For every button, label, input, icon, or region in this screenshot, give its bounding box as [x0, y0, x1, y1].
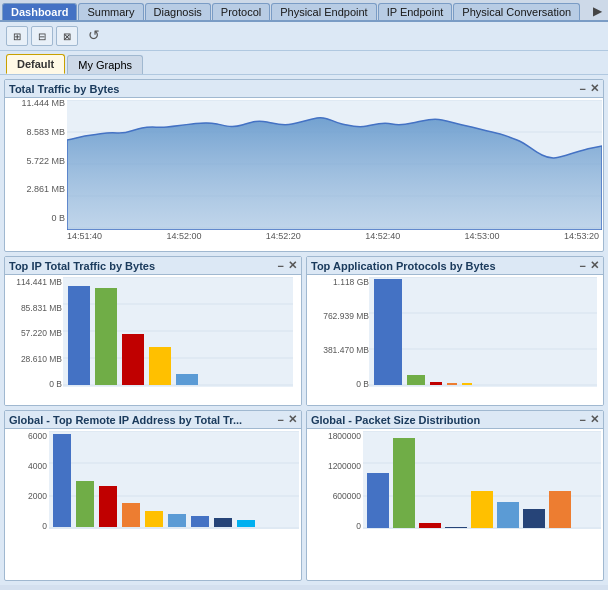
total-traffic-title: Total Traffic by Bytes [9, 83, 119, 95]
top-ip-svg [63, 277, 293, 406]
packet-size-header: Global - Packet Size Distribution − ✕ [307, 411, 603, 429]
middle-row: Top IP Total Traffic by Bytes − ✕ 114.44… [4, 256, 604, 406]
total-traffic-header: Total Traffic by Bytes − ✕ [5, 80, 603, 98]
svg-rect-46 [367, 473, 389, 528]
y-label-0: 11.444 MB [21, 98, 65, 108]
top-remote-y3: 0 [42, 521, 47, 531]
packet-size-y0: 1800000 [328, 431, 361, 441]
top-protocols-title: Top Application Protocols by Bytes [311, 260, 496, 272]
top-protocols-y0: 1.118 GB [333, 277, 369, 287]
bottom-row: Global - Top Remote IP Address by Total … [4, 410, 604, 581]
svg-rect-36 [145, 511, 163, 527]
svg-rect-50 [471, 491, 493, 528]
top-ip-minimize[interactable]: − [278, 260, 284, 272]
svg-rect-38 [191, 516, 209, 527]
svg-rect-48 [419, 523, 441, 528]
top-remote-y0: 6000 [28, 431, 47, 441]
packet-size-title: Global - Packet Size Distribution [311, 414, 480, 426]
total-traffic-close[interactable]: ✕ [590, 82, 599, 95]
top-ip-y0: 114.441 MB [16, 277, 62, 287]
svg-rect-33 [76, 481, 94, 527]
top-remote-y2: 2000 [28, 491, 47, 501]
svg-rect-32 [53, 434, 71, 527]
toolbar: ⊞ ⊟ ⊠ ↺ [0, 22, 608, 51]
toolbar-btn-grid[interactable]: ⊞ [6, 26, 28, 46]
x-label-3: 14:52:40 [365, 231, 400, 241]
y-label-2: 5.722 MB [26, 156, 65, 166]
top-remote-title: Global - Top Remote IP Address by Total … [9, 414, 242, 426]
x-label-1: 14:52:00 [166, 231, 201, 241]
view-tab-my-graphs[interactable]: My Graphs [67, 55, 143, 74]
svg-rect-37 [168, 514, 186, 527]
top-protocols-y3: 0 B [356, 379, 369, 389]
svg-rect-52 [523, 509, 545, 528]
top-protocols-chart-body: 1.118 GB 762.939 MB 381.470 MB 0 B [307, 275, 603, 405]
packet-size-y3: 0 [356, 521, 361, 531]
packet-size-svg [363, 431, 601, 549]
top-ip-y2: 57.220 MB [21, 328, 62, 338]
svg-rect-51 [497, 502, 519, 528]
total-traffic-minimize[interactable]: − [580, 83, 586, 95]
svg-rect-24 [430, 382, 442, 385]
svg-rect-22 [374, 279, 402, 385]
tab-protocol[interactable]: Protocol [212, 3, 270, 20]
packet-size-y1: 1200000 [328, 461, 361, 471]
top-protocols-y-axis: 1.118 GB 762.939 MB 381.470 MB 0 B [309, 277, 369, 389]
packet-size-chart-body: 1800000 1200000 600000 0 [307, 429, 603, 547]
top-remote-y-axis: 6000 4000 2000 0 [7, 431, 47, 531]
top-protocols-y2: 381.470 MB [323, 345, 369, 355]
top-protocols-minimize[interactable]: − [580, 260, 586, 272]
total-traffic-panel: Total Traffic by Bytes − ✕ 11.444 MB 8.5… [4, 79, 604, 252]
top-protocols-header: Top Application Protocols by Bytes − ✕ [307, 257, 603, 275]
toolbar-btn-close[interactable]: ⊠ [56, 26, 78, 46]
x-label-5: 14:53:20 [564, 231, 599, 241]
top-protocols-panel: Top Application Protocols by Bytes − ✕ 1… [306, 256, 604, 406]
svg-rect-35 [122, 503, 140, 527]
total-traffic-svg [67, 100, 602, 230]
tab-ip-endpoint[interactable]: IP Endpoint [378, 3, 453, 20]
svg-rect-53 [549, 491, 571, 528]
tab-bar: Dashboard Summary Diagnosis Protocol Phy… [0, 0, 608, 22]
top-ip-chart-body: 114.441 MB 85.831 MB 57.220 MB 28.610 MB… [5, 275, 301, 405]
y-label-3: 2.861 MB [26, 184, 65, 194]
total-traffic-x-axis: 14:51:40 14:52:00 14:52:20 14:52:40 14:5… [67, 231, 599, 241]
packet-size-close[interactable]: ✕ [590, 413, 599, 426]
y-label-1: 8.583 MB [26, 127, 65, 137]
top-ip-y3: 28.610 MB [21, 354, 62, 364]
tab-physical-conversation[interactable]: Physical Conversation [453, 3, 580, 20]
total-traffic-y-axis: 11.444 MB 8.583 MB 5.722 MB 2.861 MB 0 B [7, 98, 65, 223]
svg-rect-14 [122, 334, 144, 385]
total-traffic-chart-body: 11.444 MB 8.583 MB 5.722 MB 2.861 MB 0 B [5, 98, 603, 243]
top-remote-panel: Global - Top Remote IP Address by Total … [4, 410, 302, 581]
top-ip-close[interactable]: ✕ [288, 259, 297, 272]
packet-size-minimize[interactable]: − [580, 414, 586, 426]
top-remote-chart-body: 6000 4000 2000 0 [5, 429, 301, 547]
tab-scroll-arrow[interactable]: ▶ [589, 2, 606, 20]
top-protocols-svg [369, 277, 597, 406]
svg-rect-12 [68, 286, 90, 385]
top-ip-y1: 85.831 MB [21, 303, 62, 313]
x-label-4: 14:53:00 [465, 231, 500, 241]
tab-diagnosis[interactable]: Diagnosis [145, 3, 211, 20]
top-ip-y4: 0 B [49, 379, 62, 389]
tab-dashboard[interactable]: Dashboard [2, 3, 77, 20]
svg-rect-47 [393, 438, 415, 528]
top-remote-svg [49, 431, 299, 549]
packet-size-panel: Global - Packet Size Distribution − ✕ 18… [306, 410, 604, 581]
top-protocols-y1: 762.939 MB [323, 311, 369, 321]
tab-physical-endpoint[interactable]: Physical Endpoint [271, 3, 376, 20]
tab-summary[interactable]: Summary [78, 3, 143, 20]
svg-rect-17 [369, 277, 597, 387]
svg-rect-15 [149, 347, 171, 385]
view-tab-default[interactable]: Default [6, 54, 65, 74]
top-protocols-close[interactable]: ✕ [590, 259, 599, 272]
svg-rect-23 [407, 375, 425, 385]
svg-rect-16 [176, 374, 198, 385]
top-remote-minimize[interactable]: − [278, 414, 284, 426]
svg-rect-39 [214, 518, 232, 527]
refresh-button[interactable]: ↺ [88, 27, 106, 45]
top-remote-header: Global - Top Remote IP Address by Total … [5, 411, 301, 429]
toolbar-btn-split[interactable]: ⊟ [31, 26, 53, 46]
packet-size-y-axis: 1800000 1200000 600000 0 [309, 431, 361, 531]
top-remote-close[interactable]: ✕ [288, 413, 297, 426]
